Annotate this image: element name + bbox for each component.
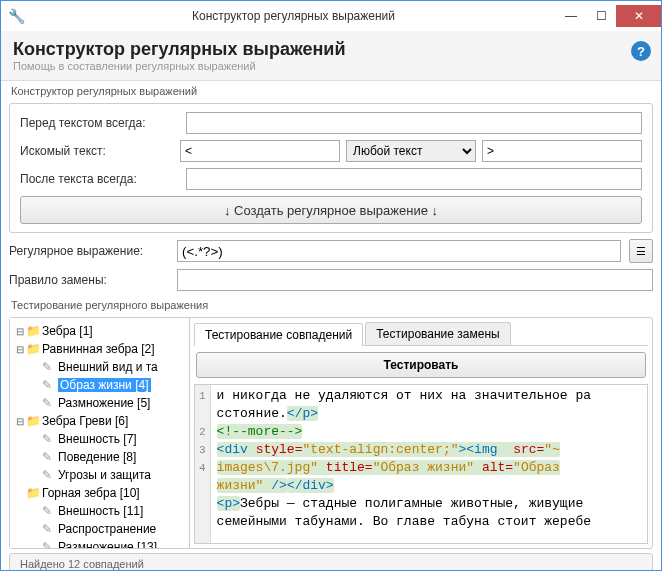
tree-item-label: Распространение	[58, 522, 156, 536]
tree-toggle-icon[interactable]: ⊟	[14, 344, 26, 355]
tree-item-label: Внешность [7]	[58, 432, 137, 446]
tab-replace[interactable]: Тестирование замены	[365, 322, 510, 345]
tree-item-label: Угрозы и защита	[58, 468, 151, 482]
tree-item-label: Горная зебра [10]	[42, 486, 140, 500]
tree-item-label: Образ жизни [4]	[58, 378, 151, 392]
tree-toggle-icon[interactable]: ⊟	[14, 416, 26, 427]
tree-item-label: Равнинная зебра [2]	[42, 342, 155, 356]
builder-group-title: Конструктор регулярных выражений	[11, 85, 651, 97]
search-right-input[interactable]	[482, 140, 642, 162]
doc-icon: ✎	[42, 432, 58, 446]
help-icon[interactable]: ?	[631, 41, 651, 61]
folder-icon: 📁	[26, 414, 42, 428]
tree-item[interactable]: ✎Поведение [8]	[14, 448, 185, 466]
title-bar: 🔧 Конструктор регулярных выражений — ☐ ✕	[1, 1, 661, 31]
code-content: и никогда не удаляются от них на значите…	[211, 385, 597, 543]
before-label: Перед текстом всегда:	[20, 116, 180, 130]
folder-icon: 📁	[26, 342, 42, 356]
code-area[interactable]: 1 234 и никогда не удаляются от них на з…	[194, 384, 648, 544]
doc-icon: ✎	[42, 540, 58, 548]
replace-input[interactable]	[177, 269, 653, 291]
test-group-title: Тестирование регулярного выражения	[11, 299, 651, 311]
doc-icon: ✎	[42, 360, 58, 374]
tree-item[interactable]: 📁Горная зебра [10]	[14, 484, 185, 502]
page-title: Конструктор регулярных выражений	[13, 39, 649, 60]
regex-list-icon[interactable]: ☰	[629, 239, 653, 263]
tree-item-label: Внешность [11]	[58, 504, 143, 518]
search-label: Искомый текст:	[20, 144, 174, 158]
close-button[interactable]: ✕	[616, 5, 661, 27]
doc-icon: ✎	[42, 450, 58, 464]
tree-item[interactable]: ✎Размножение [5]	[14, 394, 185, 412]
test-button[interactable]: Тестировать	[196, 352, 646, 378]
maximize-button[interactable]: ☐	[586, 5, 616, 27]
tree-item[interactable]: ⊟📁Равнинная зебра [2]	[14, 340, 185, 358]
tree-item[interactable]: ✎Внешность [11]	[14, 502, 185, 520]
tree-item[interactable]: ⊟📁Зебра Греви [6]	[14, 412, 185, 430]
tree-item-label: Поведение [8]	[58, 450, 136, 464]
tree-item-label: Зебра [1]	[42, 324, 93, 338]
after-input[interactable]	[186, 168, 642, 190]
tab-match[interactable]: Тестирование совпадений	[194, 323, 363, 346]
app-icon: 🔧	[1, 8, 31, 24]
doc-icon: ✎	[42, 468, 58, 482]
folder-icon: 📁	[26, 324, 42, 338]
doc-icon: ✎	[42, 396, 58, 410]
search-left-input[interactable]	[180, 140, 340, 162]
page-header: Конструктор регулярных выражений Помощь …	[1, 31, 661, 81]
minimize-button[interactable]: —	[556, 5, 586, 27]
doc-icon: ✎	[42, 378, 58, 392]
tree-item-label: Внешний вид и та	[58, 360, 158, 374]
status-bar: Найдено 12 совпадений	[9, 553, 653, 571]
replace-label: Правило замены:	[9, 273, 169, 287]
doc-icon: ✎	[42, 522, 58, 536]
tree-item[interactable]: ✎Распространение	[14, 520, 185, 538]
tree-item[interactable]: ✎Размножение [13]	[14, 538, 185, 548]
doc-icon: ✎	[42, 504, 58, 518]
regex-input[interactable]	[177, 240, 621, 262]
tree-item[interactable]: ✎Образ жизни [4]	[14, 376, 185, 394]
test-tabs: Тестирование совпадений Тестирование зам…	[194, 322, 648, 346]
after-label: После текста всегда:	[20, 172, 180, 186]
builder-section: Перед текстом всегда: Искомый текст: Люб…	[9, 103, 653, 233]
tree-toggle-icon[interactable]: ⊟	[14, 326, 26, 337]
tree-item-label: Зебра Греви [6]	[42, 414, 128, 428]
tree-item-label: Размножение [5]	[58, 396, 150, 410]
test-area: ⊟📁Зебра [1]⊟📁Равнинная зебра [2]✎Внешний…	[9, 317, 653, 549]
page-subtitle: Помощь в составлении регулярных выражени…	[13, 60, 649, 72]
folder-icon: 📁	[26, 486, 42, 500]
before-input[interactable]	[186, 112, 642, 134]
tree-item[interactable]: ⊟📁Зебра [1]	[14, 322, 185, 340]
window-title: Конструктор регулярных выражений	[31, 9, 556, 23]
tree-item[interactable]: ✎Внешний вид и та	[14, 358, 185, 376]
regex-label: Регулярное выражение:	[9, 244, 169, 258]
search-mode-select[interactable]: Любой текст	[346, 140, 476, 162]
status-text: Найдено 12 совпадений	[20, 558, 144, 570]
tree-panel[interactable]: ⊟📁Зебра [1]⊟📁Равнинная зебра [2]✎Внешний…	[10, 318, 190, 548]
tree-item-label: Размножение [13]	[58, 540, 157, 548]
tree-item[interactable]: ✎Внешность [7]	[14, 430, 185, 448]
tree-item[interactable]: ✎Угрозы и защита	[14, 466, 185, 484]
line-gutter: 1 234	[195, 385, 211, 543]
create-regex-button[interactable]: ↓ Создать регулярное выражение ↓	[20, 196, 642, 224]
